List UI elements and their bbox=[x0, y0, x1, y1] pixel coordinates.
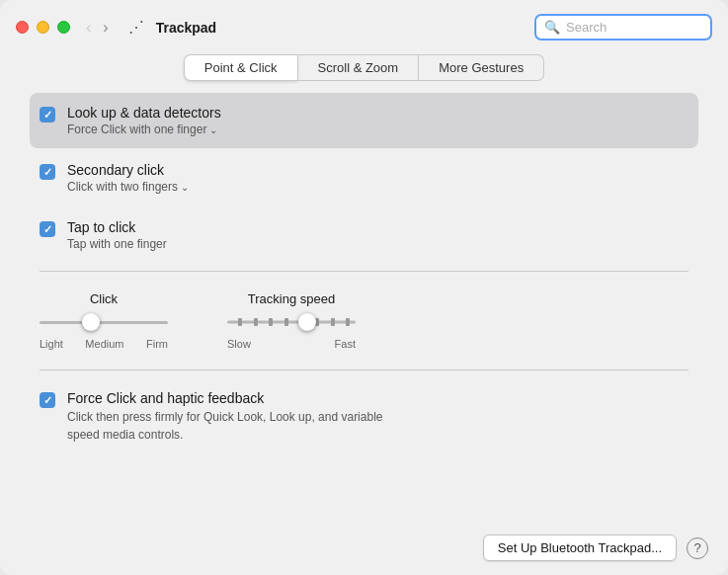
back-button[interactable]: ‹ bbox=[82, 18, 95, 38]
tab-point-click[interactable]: Point & Click bbox=[184, 54, 297, 81]
click-slider[interactable] bbox=[40, 312, 168, 332]
tap-to-click-checkbox[interactable] bbox=[40, 221, 55, 237]
force-click-text: Force Click and haptic feedback Click th… bbox=[67, 390, 383, 444]
tracking-slider-title: Tracking speed bbox=[248, 291, 335, 306]
force-click-label: Force Click and haptic feedback bbox=[67, 390, 383, 406]
tap-to-click-text: Tap to click Tap with one finger bbox=[67, 219, 167, 251]
tab-bar: Point & Click Scroll & Zoom More Gesture… bbox=[0, 50, 728, 93]
secondary-click-checkbox[interactable] bbox=[40, 164, 55, 180]
tab-scroll-zoom[interactable]: Scroll & Zoom bbox=[297, 54, 420, 81]
tracking-slow-label: Slow bbox=[227, 338, 251, 350]
grid-button[interactable]: ⋰ bbox=[122, 16, 150, 39]
nav-buttons: ‹ › bbox=[82, 18, 113, 38]
secondary-click-label: Secondary click bbox=[67, 162, 189, 178]
look-up-checkbox[interactable] bbox=[40, 107, 55, 123]
tracking-fast-label: Fast bbox=[335, 338, 356, 350]
look-up-sublabel[interactable]: Force Click with one finger ⌄ bbox=[67, 123, 221, 136]
force-click-sublabel: Click then press firmly for Quick Look, … bbox=[67, 408, 383, 444]
setting-secondary-click: Secondary click Click with two fingers ⌄ bbox=[30, 150, 698, 205]
help-button[interactable]: ? bbox=[687, 537, 708, 559]
sliders-section: Click Light Medium Firm Tracking speed bbox=[30, 280, 698, 362]
traffic-lights bbox=[16, 21, 70, 34]
look-up-label: Look up & data detectors bbox=[67, 105, 221, 121]
secondary-click-chevron-icon: ⌄ bbox=[181, 182, 189, 193]
setting-tap-to-click: Tap to click Tap with one finger bbox=[30, 207, 698, 263]
content: Look up & data detectors Force Click wit… bbox=[0, 93, 728, 525]
search-input[interactable] bbox=[566, 20, 704, 35]
secondary-click-text: Secondary click Click with two fingers ⌄ bbox=[67, 162, 189, 194]
search-box: 🔍 bbox=[534, 14, 712, 41]
click-slider-group: Click Light Medium Firm bbox=[40, 291, 168, 350]
click-medium-label: Medium bbox=[85, 338, 123, 350]
tracking-slider-group: Tracking speed bbox=[227, 291, 356, 350]
secondary-click-sublabel[interactable]: Click with two fingers ⌄ bbox=[67, 180, 189, 194]
divider-2 bbox=[40, 370, 688, 370]
force-click-checkbox[interactable] bbox=[40, 392, 55, 408]
titlebar: ‹ › ⋰ Trackpad 🔍 bbox=[0, 0, 728, 50]
tap-to-click-label: Tap to click bbox=[67, 219, 167, 235]
bottom-bar: Set Up Bluetooth Trackpad... ? bbox=[0, 525, 728, 575]
minimize-button[interactable] bbox=[37, 21, 49, 34]
tab-more-gestures[interactable]: More Gestures bbox=[419, 54, 544, 81]
maximize-button[interactable] bbox=[57, 21, 70, 34]
forward-button[interactable]: › bbox=[99, 18, 112, 38]
close-button[interactable] bbox=[16, 21, 29, 34]
search-icon: 🔍 bbox=[544, 20, 560, 35]
look-up-chevron-icon: ⌄ bbox=[209, 124, 217, 135]
look-up-text: Look up & data detectors Force Click wit… bbox=[67, 105, 221, 136]
tap-to-click-sublabel: Tap with one finger bbox=[67, 237, 167, 251]
window-title: Trackpad bbox=[156, 20, 216, 36]
click-slider-title: Click bbox=[90, 291, 118, 306]
tracking-slider[interactable] bbox=[227, 312, 356, 332]
bluetooth-button[interactable]: Set Up Bluetooth Trackpad... bbox=[483, 534, 677, 561]
setting-force-click: Force Click and haptic feedback Click th… bbox=[30, 378, 698, 455]
click-firm-label: Firm bbox=[146, 338, 168, 350]
setting-look-up: Look up & data detectors Force Click wit… bbox=[30, 93, 698, 148]
click-light-label: Light bbox=[40, 338, 63, 350]
divider-1 bbox=[40, 271, 688, 272]
window: ‹ › ⋰ Trackpad 🔍 Point & Click Scroll & … bbox=[0, 0, 728, 575]
